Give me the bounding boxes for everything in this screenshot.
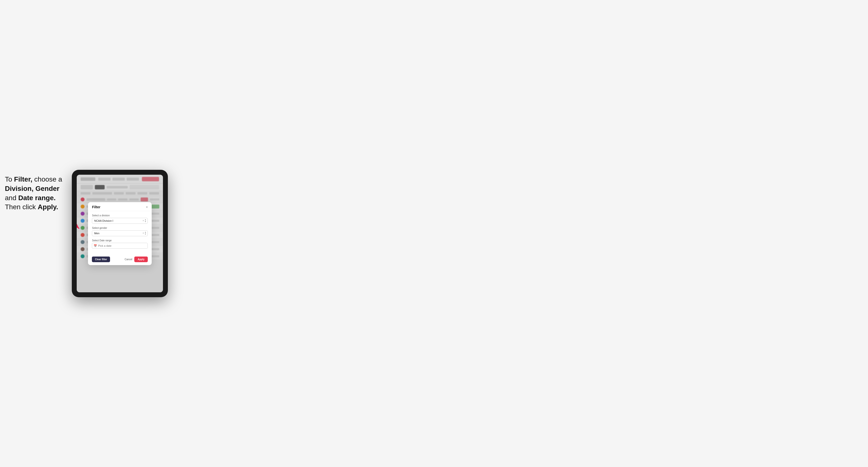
date-input[interactable]	[92, 243, 148, 249]
modal-body: Select a division NCAA Division I NCAA D…	[88, 211, 152, 255]
division-select-wrapper[interactable]: NCAA Division I NCAA Division II NCAA Di…	[92, 218, 148, 224]
tablet-frame: Filter × Select a division NCAA Division…	[72, 170, 168, 297]
gender-label: Select gender	[92, 227, 148, 229]
clear-filter-button[interactable]: Clear filter	[92, 256, 110, 262]
modal-footer: Clear filter Cancel Apply	[88, 255, 152, 265]
instruction-text: To Filter, choose a Division, Gender and…	[5, 170, 62, 212]
cancel-button[interactable]: Cancel	[125, 258, 132, 261]
modal-overlay: Filter × Select a division NCAA Division…	[77, 175, 163, 292]
apply-bold: Apply.	[38, 203, 58, 211]
date-bold: Date range.	[19, 194, 56, 201]
svg-line-1	[77, 194, 79, 228]
date-input-wrapper[interactable]: 📅	[92, 243, 148, 249]
modal-title: Filter	[92, 205, 100, 209]
tablet-screen: Filter × Select a division NCAA Division…	[77, 175, 163, 292]
division-select[interactable]: NCAA Division I NCAA Division II NCAA Di…	[92, 218, 148, 224]
modal-header: Filter ×	[88, 202, 152, 211]
date-label: Select Date range	[92, 239, 148, 242]
division-group: Select a division NCAA Division I NCAA D…	[92, 214, 148, 224]
footer-right-actions: Cancel Apply	[125, 256, 148, 262]
gender-select[interactable]: Men Women Co-ed	[92, 230, 148, 236]
tablet-device: Filter × Select a division NCAA Division…	[72, 170, 168, 297]
modal-close-button[interactable]: ×	[146, 205, 148, 209]
date-group: Select Date range 📅	[92, 239, 148, 249]
filter-modal: Filter × Select a division NCAA Division…	[88, 202, 152, 265]
gender-group: Select gender Men Women Co-ed ×	[92, 227, 148, 236]
apply-button[interactable]: Apply	[134, 256, 148, 262]
gender-select-wrapper[interactable]: Men Women Co-ed × ▲▼	[92, 230, 148, 236]
division-label: Select a division	[92, 214, 148, 217]
division-bold: Division, Gender	[5, 185, 60, 192]
filter-bold: Filter,	[14, 176, 32, 183]
division-clear-icon[interactable]: ×	[143, 219, 144, 222]
gender-clear-icon[interactable]: ×	[143, 232, 144, 235]
